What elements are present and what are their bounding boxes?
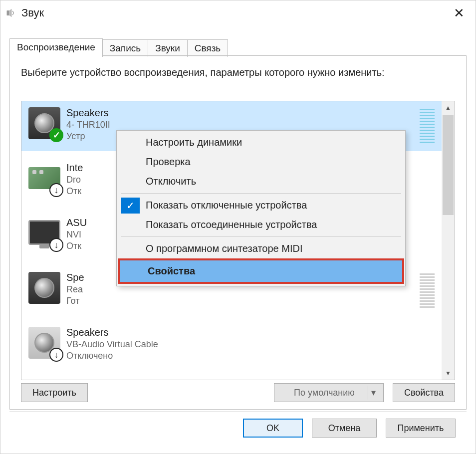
- menu-show-disconnected[interactable]: Показать отсоединенные устройства: [118, 215, 404, 234]
- ok-button[interactable]: OK: [243, 419, 303, 438]
- titlebar: Звук ✕: [0, 0, 476, 25]
- set-default-button[interactable]: По умолчанию: [274, 383, 384, 402]
- speaker-icon: [28, 327, 60, 359]
- menu-properties[interactable]: Свойства: [118, 258, 404, 284]
- level-meter-icon: [420, 273, 435, 308]
- sound-app-icon: [4, 7, 16, 19]
- tabstrip: Воспроизведение Запись Звуки Связь: [9, 35, 467, 55]
- menu-separator: [121, 236, 401, 237]
- configure-button[interactable]: Настроить: [21, 383, 88, 402]
- device-status: Гот: [66, 296, 414, 306]
- device-status: Отключено: [66, 351, 435, 361]
- menu-separator: [121, 193, 401, 194]
- properties-button[interactable]: Свойства: [393, 383, 455, 402]
- menu-configure-speakers[interactable]: Настроить динамики: [118, 133, 404, 152]
- apply-button[interactable]: Применить: [386, 419, 456, 438]
- device-row-vbaudio[interactable]: Speakers VB-Audio Virtual Cable Отключен…: [21, 321, 442, 371]
- monitor-icon: [28, 217, 60, 249]
- window-title: Звук: [21, 6, 442, 19]
- tabpage-button-row: Настроить По умолчанию Свойства: [21, 383, 455, 402]
- scroll-thumb[interactable]: [443, 115, 454, 215]
- menu-test[interactable]: Проверка: [118, 152, 404, 172]
- tab-record[interactable]: Запись: [102, 39, 148, 57]
- device-description: 4- THR10II: [66, 120, 414, 130]
- scroll-up-icon[interactable]: ▲: [442, 101, 455, 114]
- tab-communications[interactable]: Связь: [187, 39, 229, 57]
- dialog-footer: OK Отмена Применить: [9, 411, 467, 445]
- device-list-scrollbar[interactable]: ▲ ▼: [442, 101, 455, 380]
- speaker-icon: [28, 272, 60, 304]
- default-device-badge-icon: [49, 128, 63, 142]
- disabled-badge-icon: [49, 183, 63, 197]
- soundcard-icon: [28, 162, 60, 194]
- speaker-icon: [28, 107, 60, 139]
- menu-item-label: Свойства: [120, 260, 402, 282]
- menu-midi-about[interactable]: О программном синтезаторе MIDI: [118, 239, 404, 258]
- tab-playback[interactable]: Воспроизведение: [9, 38, 103, 56]
- device-context-menu[interactable]: Настроить динамики Проверка Отключить ✓ …: [116, 130, 406, 286]
- device-name: Speakers: [66, 107, 414, 119]
- menu-show-disabled[interactable]: ✓ Показать отключенные устройства: [118, 196, 404, 215]
- checkmark-icon: ✓: [121, 198, 140, 214]
- tab-sounds[interactable]: Звуки: [148, 39, 188, 57]
- device-description: VB-Audio Virtual Cable: [66, 339, 435, 350]
- cancel-button[interactable]: Отмена: [312, 419, 377, 438]
- scroll-down-icon[interactable]: ▼: [442, 367, 455, 380]
- level-meter-icon: [420, 109, 435, 144]
- svg-rect-0: [7, 10, 9, 15]
- disabled-badge-icon: [49, 238, 63, 252]
- menu-disable[interactable]: Отключить: [118, 172, 404, 191]
- disabled-badge-icon: [49, 348, 63, 362]
- device-name: Speakers: [66, 327, 435, 338]
- instruction-text: Выберите устройство воспроизведения, пар…: [21, 66, 455, 79]
- sound-dialog: Звук ✕ Воспроизведение Запись Звуки Связ…: [0, 0, 476, 454]
- close-button[interactable]: ✕: [447, 0, 472, 25]
- menu-item-label: Показать отключенные устройства: [146, 200, 307, 211]
